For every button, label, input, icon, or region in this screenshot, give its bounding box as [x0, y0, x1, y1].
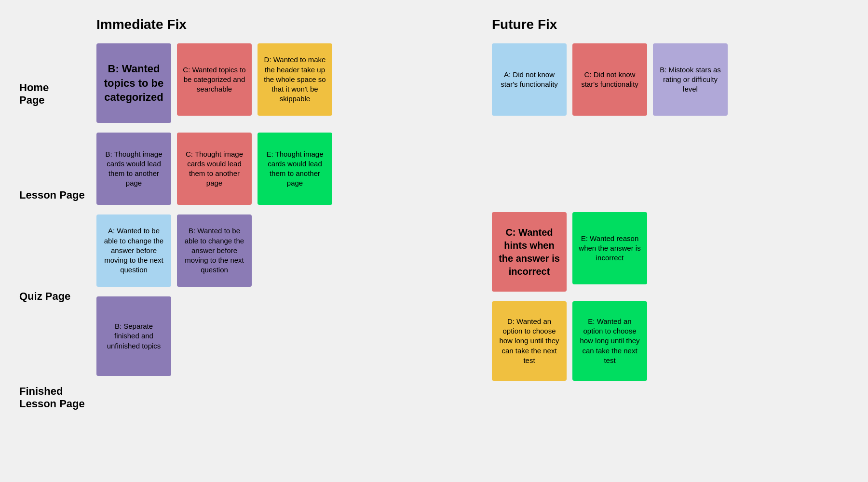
- row-labels-column: Home Page Lesson Page Quiz Page Finished…: [19, 14, 96, 448]
- immediate-lesson-row: B: Thought image cards would lead them t…: [96, 133, 453, 205]
- immediate-quiz-a-card: A: Wanted to be able to change the answe…: [96, 214, 171, 287]
- immediate-home-d-card: D: Wanted to make the header take up the…: [258, 43, 332, 116]
- immediate-quiz-b-card: B: Wanted to be able to change the answe…: [177, 214, 252, 287]
- future-lesson-row: [492, 125, 849, 202]
- immediate-home-b-card: B: Wanted topics to be categorized: [96, 43, 171, 123]
- future-fix-section: Future Fix A: Did not know star's functi…: [492, 14, 849, 448]
- immediate-fix-rows: B: Wanted topics to be categorized C: Wa…: [96, 43, 453, 376]
- future-finished-d-card: D: Wanted an option to choose how long u…: [492, 301, 567, 381]
- future-home-row: A: Did not know star's functionality C: …: [492, 43, 849, 116]
- immediate-home-c-card: C: Wanted topics to be categorized and s…: [177, 43, 252, 116]
- future-quiz-e-card: E: Wanted reason when the answer is inco…: [572, 212, 647, 284]
- content-area: Immediate Fix B: Wanted topics to be cat…: [96, 14, 849, 448]
- future-home-c-card: C: Did not know star's functionality: [572, 43, 647, 116]
- future-quiz-c-card: C: Wanted hints when the answer is incor…: [492, 212, 567, 292]
- immediate-fix-section: Immediate Fix B: Wanted topics to be cat…: [96, 14, 453, 448]
- future-finished-row: D: Wanted an option to choose how long u…: [492, 301, 849, 381]
- future-finished-e-card: E: Wanted an option to choose how long u…: [572, 301, 647, 381]
- page-wrapper: Home Page Lesson Page Quiz Page Finished…: [19, 14, 849, 448]
- immediate-lesson-b-card: B: Thought image cards would lead them t…: [96, 133, 171, 205]
- future-fix-rows: A: Did not know star's functionality C: …: [492, 43, 849, 381]
- future-fix-header: Future Fix: [492, 14, 849, 35]
- immediate-fix-header: Immediate Fix: [96, 14, 453, 35]
- row-label-quiz: Quiz Page: [19, 246, 96, 347]
- future-quiz-row: C: Wanted hints when the answer is incor…: [492, 212, 849, 292]
- immediate-lesson-c-card: C: Thought image cards would lead them t…: [177, 133, 252, 205]
- immediate-lesson-e-card: E: Thought image cards would lead them t…: [258, 133, 332, 205]
- row-label-finished: Finished Lesson Page: [19, 347, 96, 448]
- row-label-home: Home Page: [19, 43, 96, 145]
- row-label-lesson: Lesson Page: [19, 145, 96, 246]
- immediate-finished-b-card: B: Separate finished and unfinished topi…: [96, 296, 171, 376]
- immediate-finished-row: B: Separate finished and unfinished topi…: [96, 296, 453, 376]
- future-home-b-card: B: Mistook stars as rating or difficulty…: [653, 43, 728, 116]
- main-layout: Home Page Lesson Page Quiz Page Finished…: [19, 14, 849, 448]
- future-home-a-card: A: Did not know star's functionality: [492, 43, 567, 116]
- immediate-home-row: B: Wanted topics to be categorized C: Wa…: [96, 43, 453, 123]
- immediate-quiz-row: A: Wanted to be able to change the answe…: [96, 214, 453, 287]
